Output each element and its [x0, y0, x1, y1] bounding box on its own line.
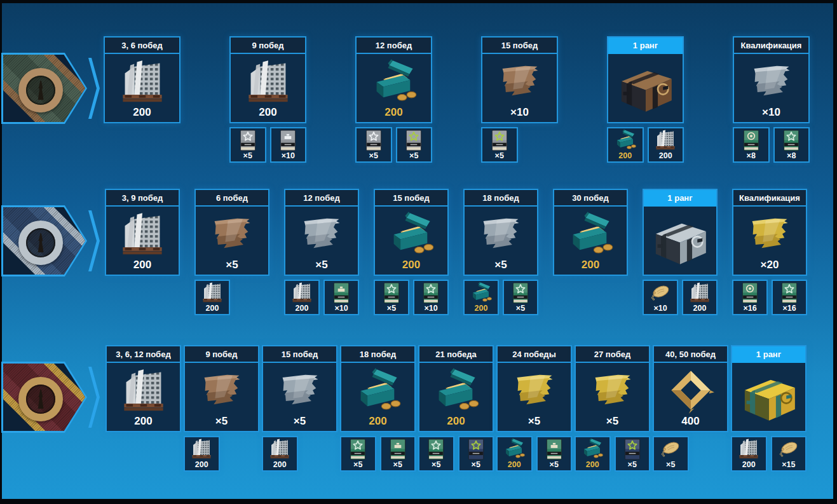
reward-card[interactable]: 21 победа 200 [418, 345, 494, 432]
signal-green-star-icon [423, 281, 439, 304]
reward-card-header: 30 побед [554, 190, 627, 207]
reward-card-column: 1 ранг 200 [731, 345, 806, 472]
gold-box-icon [503, 436, 526, 460]
reward-card-body: 400 [654, 363, 727, 431]
signal-green-bar-icon [546, 437, 562, 460]
bonus-card[interactable]: ×16 [732, 280, 768, 315]
bonus-card[interactable]: ×5 [374, 280, 409, 315]
reward-card-body: 200 [357, 54, 431, 122]
bonus-card[interactable]: ×5 [536, 436, 573, 472]
bonus-card[interactable]: 200 [682, 280, 718, 315]
signal-green-star-icon [428, 437, 444, 460]
bonus-card[interactable]: ×10 [413, 280, 449, 315]
bonus-card[interactable]: ×8 [773, 127, 810, 163]
bonus-value: 200 [508, 460, 521, 470]
reward-card[interactable]: Квалификация ×20 [732, 189, 807, 276]
bonus-card[interactable]: ×5 [418, 436, 454, 472]
bonus-value: ×5 [516, 304, 525, 313]
bonus-card[interactable]: 200 [648, 127, 684, 163]
reward-value: ×5 [494, 259, 507, 273]
reward-card[interactable]: 3, 9 побед 200 [105, 189, 180, 276]
reward-value: ×5 [215, 415, 228, 429]
reward-card-column: 15 побед 200 ×5 ×10 [374, 189, 449, 315]
bonus-card[interactable]: ×5 [615, 436, 651, 472]
reward-card-body: ×5 [185, 363, 258, 431]
reward-card-body: 200 [107, 363, 180, 431]
bonus-card[interactable]: ×15 [771, 436, 807, 472]
bonus-card[interactable]: 200 [262, 436, 298, 472]
camo-brown-icon [482, 54, 557, 106]
bonus-card[interactable]: ×8 [733, 127, 770, 163]
reward-card[interactable]: 15 побед ×10 [481, 36, 558, 123]
reward-card[interactable]: 1 ранг [731, 345, 806, 432]
reward-card[interactable]: 27 побед ×5 [575, 345, 650, 432]
bonus-card[interactable]: 200 [463, 280, 499, 315]
reward-card-header: 15 побед [482, 37, 557, 54]
reward-card[interactable]: 1 ранг [643, 189, 718, 276]
reward-value: ×5 [315, 259, 327, 273]
reward-card[interactable]: Квалификация ×10 [733, 36, 810, 123]
reward-card[interactable]: 9 побед 200 [229, 36, 306, 123]
reward-card[interactable]: 12 побед ×5 [284, 189, 359, 276]
reward-card[interactable]: 30 побед 200 [553, 189, 628, 276]
reward-card[interactable]: 12 побед 200 [355, 36, 432, 123]
bonus-card[interactable]: ×5 [229, 127, 266, 163]
reward-card[interactable]: 24 победы ×5 [496, 345, 572, 432]
bonus-rewards: 200 ×10 [284, 280, 359, 315]
reward-card-header: 24 победы [498, 346, 571, 363]
bonus-value: ×5 [409, 151, 418, 161]
reward-card-column: 12 побед 200 ×5 ×5 [355, 36, 432, 163]
gold-box-icon [375, 207, 447, 259]
bonus-card[interactable]: 200 [284, 280, 320, 315]
signal-grey-bar-icon [280, 128, 296, 151]
bonus-card[interactable]: ×5 [458, 436, 494, 472]
bonus-card[interactable]: ×10 [643, 280, 678, 315]
reward-card-header: 12 побед [357, 37, 431, 54]
reward-card-column: 1 ранг ×10 [643, 189, 718, 315]
bonus-card[interactable]: 200 [194, 280, 230, 315]
reward-card[interactable]: 9 побед ×5 [184, 345, 259, 432]
gold-box-icon [341, 363, 414, 415]
bonus-card[interactable]: ×10 [270, 127, 307, 163]
bonus-card[interactable]: ×5 [503, 280, 538, 315]
reward-card[interactable]: 1 ранг [607, 36, 684, 123]
building-icon [737, 436, 760, 460]
reward-card[interactable]: 18 побед 200 [340, 345, 416, 432]
reward-card-column: 3, 6 побед 200 [104, 36, 180, 123]
bonus-card[interactable]: ×5 [481, 127, 518, 163]
reward-card[interactable]: 3, 6, 12 побед 200 [105, 345, 181, 432]
bonus-card[interactable]: 200 [607, 127, 644, 163]
bonus-card[interactable]: ×5 [653, 436, 689, 472]
bonus-card[interactable]: 200 [184, 436, 220, 472]
reward-card-column: Квалификация ×20 ×16 ×16 [732, 189, 807, 315]
reward-card[interactable]: 6 побед ×5 [194, 189, 269, 276]
bonus-card[interactable]: 200 [496, 436, 533, 472]
reward-card-body: 200 [375, 207, 447, 275]
building-icon [105, 54, 179, 106]
bonus-value: 200 [296, 304, 309, 313]
bonus-rewards: 200 ×15 [731, 436, 806, 472]
reward-card-body: ×10 [482, 54, 557, 122]
reward-card-body: ×20 [733, 207, 806, 275]
bonus-card[interactable]: 200 [575, 436, 611, 472]
bonus-card[interactable]: ×5 [396, 127, 433, 163]
reward-card[interactable]: 15 побед 200 [374, 189, 449, 276]
bonus-value: 200 [618, 151, 632, 161]
bonus-card[interactable]: 200 [731, 436, 767, 472]
camo-brown-icon [196, 207, 268, 259]
reward-value: 200 [134, 415, 152, 429]
reward-card[interactable]: 40, 50 побед 400 [653, 345, 728, 432]
reward-card-header: 1 ранг [732, 346, 805, 363]
reward-card[interactable]: 18 побед ×5 [463, 189, 538, 276]
bonus-card[interactable]: ×16 [772, 280, 807, 315]
bonus-card[interactable]: ×10 [323, 280, 359, 315]
reward-card-body: 200 [341, 363, 414, 431]
bonus-value: 200 [206, 304, 219, 313]
camo-grey-icon [285, 207, 358, 259]
building-icon [688, 280, 711, 304]
reward-card[interactable]: 3, 6 побед 200 [104, 36, 180, 123]
reward-card[interactable]: 15 побед ×5 [262, 345, 337, 432]
bonus-card[interactable]: ×5 [340, 436, 376, 472]
bonus-card[interactable]: ×5 [355, 127, 392, 163]
bonus-card[interactable]: ×5 [380, 436, 416, 472]
